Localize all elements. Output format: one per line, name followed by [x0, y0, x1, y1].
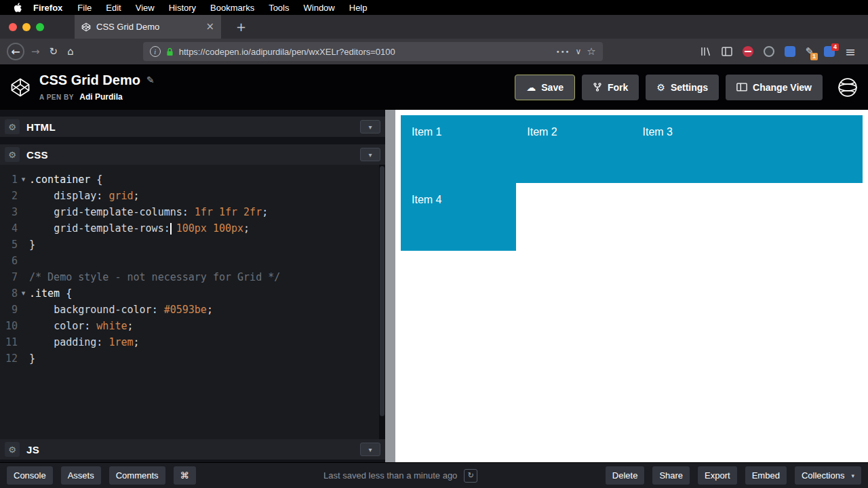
code-line-12[interactable]: 12} — [0, 350, 385, 367]
pen-author[interactable]: Adi Purdila — [79, 92, 122, 102]
url-text[interactable]: https://codepen.io/adipurdila/pen/wxXELr… — [179, 47, 551, 57]
code-line-5[interactable]: 5} — [0, 237, 385, 253]
code-line-8[interactable]: 8▾.item { — [0, 285, 385, 302]
html-settings-gear-icon[interactable]: ⚙ — [5, 119, 20, 134]
home-button[interactable]: ⌂ — [67, 47, 74, 57]
export-button[interactable]: Export — [698, 466, 737, 485]
pen-header-buttons: ☁ Save Fork ⚙ Settings Change View — [515, 75, 823, 100]
pen-title-block: CSS Grid Demo ✎ A PEN BY Adi Purdila — [39, 73, 155, 102]
bookmark-star-icon[interactable]: ☆ — [587, 45, 595, 58]
button-label: Share — [659, 470, 683, 481]
codepen-logo[interactable] — [10, 77, 31, 98]
css-editor-header[interactable]: ⚙ CSS ▾ — [0, 144, 385, 165]
cloud-icon: ☁ — [526, 83, 536, 92]
menubar-item-history[interactable]: History — [169, 3, 196, 13]
collections-button[interactable]: Collections▾ — [795, 466, 861, 485]
page-actions-icon[interactable]: ••• — [556, 48, 570, 56]
change-view-button[interactable]: Change View — [726, 75, 823, 100]
apps-extension-icon[interactable]: 4 — [824, 46, 835, 57]
code-line-2[interactable]: 2 display: grid; — [0, 188, 385, 204]
page-info-icon[interactable]: i — [150, 46, 161, 57]
fork-icon — [593, 82, 602, 92]
editor-scrollbar-thumb[interactable] — [380, 166, 384, 416]
css-collapse-chevron-icon[interactable]: ▾ — [360, 148, 380, 161]
console-button[interactable]: Console — [7, 466, 53, 485]
fold-arrow-icon[interactable]: ▾ — [18, 171, 29, 188]
js-editor-header[interactable]: ⚙ JS ▾ — [0, 439, 385, 460]
grid-item-4: Item 4 — [401, 183, 516, 251]
editor-scrollbar[interactable] — [379, 165, 385, 439]
edit-title-icon[interactable]: ✎ — [146, 75, 155, 85]
keyboard-shortcuts-button[interactable]: ⌘ — [174, 466, 196, 485]
fold-arrow-icon[interactable]: ▾ — [18, 285, 29, 302]
code-line-6[interactable]: 6 — [0, 253, 385, 269]
line-number: 5 — [0, 237, 18, 253]
code-line-3[interactable]: 3 grid-template-columns: 1fr 1fr 2fr; — [0, 204, 385, 220]
code-token: 1fr 1fr 2fr — [195, 206, 262, 218]
extension-icon-blue[interactable] — [785, 46, 795, 57]
menubar-item-help[interactable]: Help — [349, 3, 368, 13]
pocket-icon[interactable]: ∨ — [575, 47, 581, 56]
adblock-extension-icon[interactable] — [743, 46, 753, 57]
code-token: ; — [127, 320, 134, 332]
back-button[interactable]: ← — [7, 43, 24, 60]
minimize-window-button[interactable] — [22, 23, 31, 31]
code-line-9[interactable]: 9 background-color: #0593be; — [0, 302, 385, 318]
rerun-icon[interactable]: ↻ — [464, 469, 477, 483]
html-editor-header[interactable]: ⚙ HTML ▾ — [0, 117, 385, 137]
sidebar-icon[interactable] — [722, 47, 732, 56]
code-token: .container — [29, 174, 90, 186]
save-button[interactable]: ☁ Save — [515, 75, 575, 100]
code-line-11[interactable]: 11 padding: 1rem; — [0, 334, 385, 350]
button-label: Export — [705, 470, 730, 481]
menubar-item-file[interactable]: File — [77, 3, 92, 13]
line-number: 7 — [0, 269, 18, 285]
delete-button[interactable]: Delete — [606, 466, 645, 485]
menu-icon[interactable]: ≡ — [845, 45, 856, 58]
js-settings-gear-icon[interactable]: ⚙ — [5, 442, 20, 457]
codepen-sphere-logo[interactable] — [837, 77, 858, 98]
button-label: Collections — [802, 470, 845, 481]
comments-button[interactable]: Comments — [109, 466, 165, 485]
compose-badge: 1 — [810, 53, 818, 60]
code-token: grid-template-columns — [54, 206, 182, 218]
css-code-editor[interactable]: 1▾.container {2 display: grid;3 grid-tem… — [0, 165, 385, 439]
menubar-item-edit[interactable]: Edit — [106, 3, 121, 13]
code-line-4[interactable]: 4 grid-template-rows: 100px 100px; — [0, 220, 385, 237]
forward-button[interactable]: → — [31, 47, 40, 57]
new-tab-button[interactable]: + — [236, 21, 246, 33]
url-bar[interactable]: i https://codepen.io/adipurdila/pen/wxXE… — [143, 42, 603, 61]
browser-tab-active[interactable]: CSS Grid Demo × — [75, 15, 221, 39]
code-text: grid-template-rows: 100px 100px; — [29, 220, 250, 237]
zoom-window-button[interactable] — [36, 23, 44, 31]
line-number: 4 — [0, 220, 18, 237]
menubar-item-window[interactable]: Window — [304, 3, 335, 13]
panel-resizer[interactable] — [385, 110, 395, 462]
reload-button[interactable]: ↻ — [50, 47, 58, 57]
apple-menu-icon[interactable] — [14, 3, 22, 13]
menubar-item-bookmarks[interactable]: Bookmarks — [210, 3, 254, 13]
share-button[interactable]: Share — [652, 466, 690, 485]
code-line-1[interactable]: 1▾.container { — [0, 171, 385, 188]
code-line-10[interactable]: 10 color: white; — [0, 318, 385, 334]
close-window-button[interactable] — [9, 23, 17, 31]
embed-button[interactable]: Embed — [745, 466, 787, 485]
library-icon[interactable] — [701, 47, 711, 56]
settings-button[interactable]: ⚙ Settings — [646, 75, 719, 100]
menubar-item-tools[interactable]: Tools — [269, 3, 289, 13]
menubar-item-view[interactable]: View — [136, 3, 155, 13]
html-collapse-chevron-icon[interactable]: ▾ — [360, 120, 380, 134]
compose-extension-icon[interactable]: ✎ 1 — [806, 45, 814, 58]
grid-item-2: Item 2 — [516, 115, 631, 183]
close-tab-icon[interactable]: × — [205, 22, 214, 32]
extension-icon-gray[interactable] — [764, 46, 774, 57]
collections-dropdown-icon: ▾ — [851, 472, 854, 479]
line-number: 11 — [0, 334, 18, 350]
code-line-7[interactable]: 7/* Demo style - not necessary for Grid … — [0, 269, 385, 285]
menubar-app-name[interactable]: Firefox — [33, 3, 62, 13]
js-collapse-chevron-icon[interactable]: ▾ — [360, 443, 380, 456]
css-settings-gear-icon[interactable]: ⚙ — [5, 147, 20, 162]
fork-button[interactable]: Fork — [582, 75, 639, 100]
assets-button[interactable]: Assets — [61, 466, 101, 485]
line-number: 12 — [0, 350, 18, 367]
